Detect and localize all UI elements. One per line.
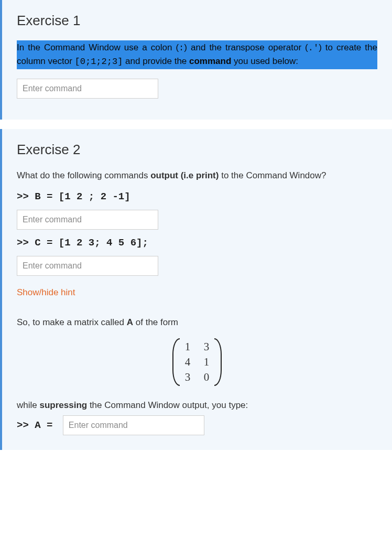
text: What do the following commands	[17, 170, 150, 180]
exercise-2-a-input[interactable]	[63, 415, 204, 435]
so-text: So, to make a matrix called A of the for…	[17, 316, 377, 329]
colon-literal: :	[179, 43, 184, 53]
exercise-1-card: Exercise 1 In the Command Window use a c…	[0, 0, 392, 120]
matrix-display: 1 3 4 1 3 0	[17, 338, 377, 386]
supressing-word: supressing	[39, 400, 87, 410]
matrix-cell: 1	[184, 340, 191, 353]
matrix-body: 1 3 4 1 3 0	[180, 338, 214, 386]
text: while	[17, 400, 39, 410]
text: ) and the transpose operator (	[184, 42, 308, 52]
matrix-left-paren	[172, 338, 180, 386]
command-word: command	[189, 56, 231, 66]
matrix-cell: 4	[184, 356, 191, 369]
matrix-cell: 3	[203, 340, 210, 353]
code-b-definition: >> B = [1 2 ; 2 -1]	[17, 191, 377, 202]
text: you used below:	[231, 56, 298, 66]
exercise-2-c-input[interactable]	[17, 256, 158, 276]
text: the Command Window output, you type:	[87, 400, 248, 410]
text: So, to make a matrix called	[17, 317, 127, 327]
show-hide-hint-link[interactable]: Show/hide hint	[17, 287, 75, 298]
code-a-prompt: >> A =	[17, 420, 59, 431]
exercise-2-card: Exercise 2 What do the following command…	[0, 129, 392, 450]
exercise-2-b-input[interactable]	[17, 210, 158, 230]
a-assignment-row: >> A =	[17, 415, 377, 435]
matrix-name-A: A	[127, 317, 133, 327]
matrix-cell: 3	[184, 371, 191, 384]
output-phrase: output (i.e print)	[150, 170, 219, 180]
transpose-literal: .'	[308, 43, 319, 53]
exercise-1-command-input[interactable]	[17, 79, 158, 99]
exercise-1-title: Exercise 1	[17, 13, 377, 29]
text: and provide the	[123, 56, 189, 66]
exercise-1-instructions-highlighted: In the Command Window use a colon (:) an…	[17, 40, 377, 69]
vector-literal: [0;1;2;3]	[75, 57, 123, 67]
exercise-2-question: What do the following commands output (i…	[17, 169, 377, 182]
text: of the form	[133, 317, 178, 327]
matrix-right-paren	[214, 338, 222, 386]
code-c-definition: >> C = [1 2 3; 4 5 6];	[17, 237, 377, 249]
matrix-cell: 0	[203, 371, 210, 384]
text: to the Command Window?	[219, 170, 326, 180]
text: In the Command Window use a colon (	[17, 42, 179, 52]
exercise-2-title: Exercise 2	[17, 142, 377, 158]
while-text: while supressing the Command Window outp…	[17, 399, 377, 412]
matrix-cell: 1	[203, 356, 210, 369]
